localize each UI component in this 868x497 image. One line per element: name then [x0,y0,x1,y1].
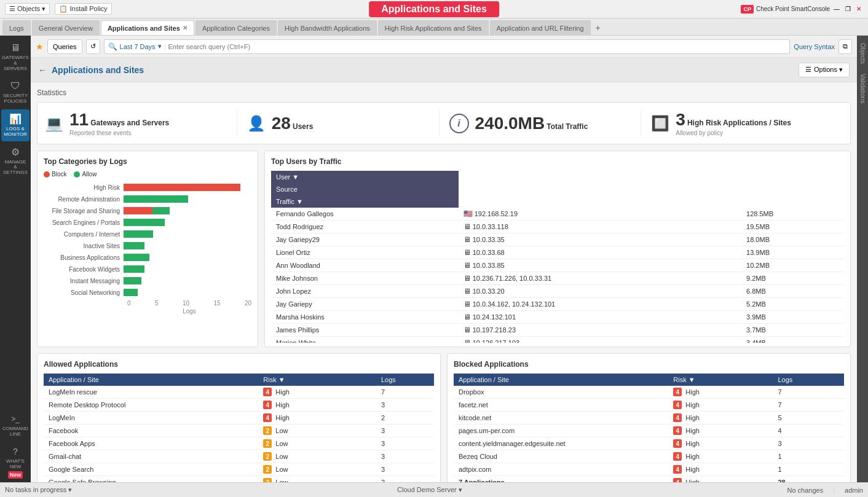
bar-track [124,207,251,214]
categories-legend: Block Allow [44,171,251,178]
table-row[interactable]: Marsha Hoskins 🖥 10.24.132.101 3.9MB [271,311,844,324]
menu-install-policy[interactable]: 📋 Install Policy [55,3,111,15]
table-row[interactable]: Google Safe Browsing 2 Low 2 [44,476,434,483]
table-row[interactable]: Marion White 🖥 10.126.217.103 3.4MB [271,337,844,343]
risk-cell: 4 High [258,412,376,425]
col-blocked-app[interactable]: Application / Site [454,374,668,386]
traffic-cell: 10.2MB [741,259,844,272]
risk-badge: 4 [673,426,682,435]
col-blocked-logs[interactable]: Logs [773,374,844,386]
table-row[interactable]: Fernando Gallegos 🇺🇸 192.168.52.19 128.5… [271,208,844,221]
table-row[interactable]: James Phillips 🖥 10.197.218.23 3.7MB [271,324,844,337]
bottom-bar: No tasks in progress ▾ Cloud Demo Server… [0,482,868,497]
menu-objects[interactable]: ☰ Objects ▾ [5,3,50,15]
table-row[interactable]: 7 Applications 4 High 28 [454,476,844,483]
table-row[interactable]: LogMeIn 4 High 2 [44,412,434,425]
table-row[interactable]: pages.um-per.com 4 High 4 [454,425,844,437]
bar-green [124,265,144,273]
minimize-button[interactable]: — [832,5,841,14]
search-input[interactable] [168,43,786,50]
table-row[interactable]: adtpix.com 4 High 1 [454,463,844,476]
risk-badge: 4 [673,452,682,461]
table-row[interactable]: Remote Desktop Protocol 4 High 3 [44,399,434,412]
logs-cell: 7 [376,386,434,399]
stat-gateways: 💻 11 Gateways and Servers Reported these… [45,110,237,136]
tab-high-bandwidth[interactable]: High Bandwidth Applications [278,20,377,35]
col-source[interactable]: Source [271,183,459,195]
logs-cell: 7 [773,399,844,412]
query-syntax-link[interactable]: Query Syntax [794,43,835,50]
back-button[interactable]: ← [38,65,47,75]
sidebar-item-security[interactable]: 🛡 SECURITY POLICIES [1,76,30,108]
table-row[interactable]: kitcode.net 4 High 5 [454,412,844,425]
bar-green [124,289,138,296]
tab-url-filtering[interactable]: Application and URL Filtering [490,20,591,35]
tab-general-overview[interactable]: General Overview [32,20,100,35]
queries-button[interactable]: Queries [47,39,82,54]
col-blocked-risk[interactable]: Risk ▼ [668,374,773,386]
table-row[interactable]: Google Search 2 Low 3 [44,463,434,476]
source-cell: 🖥 10.126.217.103 [459,337,741,343]
sidebar-item-whats-new[interactable]: ? WHAT'S NEW New [1,442,30,482]
maximize-button[interactable]: ❐ [843,5,852,14]
right-sidebar: Objects Validations [857,36,868,482]
traffic-cell: 5.2MB [741,298,844,311]
table-row[interactable]: Jay Gariepy29 🖥 10.0.33.35 18.0MB [271,233,844,246]
table-row[interactable]: Lionel Ortiz 🖥 10.0.33.68 13.9MB [271,246,844,259]
user-cell: Marion White [271,337,459,343]
tab-close-icon[interactable]: ✕ [183,25,187,31]
table-row[interactable]: Mike Johnson 🖥 10.236.71.226, 10.0.33.31… [271,272,844,285]
time-filter-button[interactable]: Last 7 Days ▾ [120,39,162,54]
source-cell: 🖥 10.197.218.23 [459,324,741,337]
col-traffic[interactable]: Traffic ▼ [271,195,459,208]
table-row[interactable]: Dropbox 4 High 7 [454,386,844,399]
col-app-site[interactable]: Application / Site [44,374,258,386]
bar-row-instant: Instant Messaging [44,276,251,286]
close-button[interactable]: ✕ [854,5,863,14]
sidebar-item-command-line[interactable]: >_ COMMAND LINE [1,409,30,441]
user-cell: Jay Gariepy [271,298,459,311]
blocked-apps-table: Blocked Applications Application / Site … [447,353,851,482]
copy-button[interactable]: ⧉ [838,39,852,54]
objects-panel-label[interactable]: Objects [858,38,867,69]
sidebar-item-logs[interactable]: 📊 LOGS & MONITOR [1,109,30,141]
risk-badge: 4 [673,478,682,482]
options-button[interactable]: ☰ Options ▾ [799,63,850,77]
tab-high-risk[interactable]: High Risk Applications and Sites [378,20,489,35]
table-row[interactable]: Jay Gariepy 🖥 10.0.34.162, 10.24.132.101… [271,298,844,311]
users-label: Users [293,122,313,131]
logs-cell: 1 [773,450,844,463]
tab-add-button[interactable]: + [592,20,604,35]
tab-logs[interactable]: Logs [2,20,31,35]
server-info[interactable]: Cloud Demo Server ▾ [82,486,777,494]
table-row[interactable]: Facebook 2 Low 3 [44,425,434,437]
table-row[interactable]: content.yieldmanager.edgesuite.net 4 Hig… [454,437,844,450]
table-row[interactable]: LogMeIn rescue 4 High 7 [44,386,434,399]
left-sidebar: 🖥 GATEWAYS & SERVERS 🛡 SECURITY POLICIES… [0,36,31,482]
table-row[interactable]: Ann Woodland 🖥 10.0.33.85 10.2MB [271,259,844,272]
search-bar: 🔍 Last 7 Days ▾ | [104,39,791,54]
tab-application-categories[interactable]: Application Categories [195,20,277,35]
title-bar: ☰ Objects ▾ 📋 Install Policy Application… [0,0,868,18]
x-axis-label: Logs [44,308,251,315]
risk-badge: 2 [263,478,272,482]
table-row[interactable]: John Lopez 🖥 10.0.33.20 6.8MB [271,285,844,298]
col-user[interactable]: User ▼ [271,171,459,183]
tab-applications-sites[interactable]: Applications and Sites ✕ [101,20,194,35]
risk-badge: 4 [263,388,272,396]
refresh-button[interactable]: ↺ [86,39,100,54]
col-logs[interactable]: Logs [376,374,434,386]
table-row[interactable]: Bezeq Cloud 4 High 1 [454,450,844,463]
table-row[interactable]: Todd Rodriguez 🖥 10.0.33.118 19.5MB [271,221,844,233]
table-row[interactable]: facetz.net 4 High 7 [454,399,844,412]
col-risk[interactable]: Risk ▼ [258,374,376,386]
users-table-header: User ▼ Source Traffic ▼ [271,171,844,208]
table-row[interactable]: Gmail-chat 2 Low 3 [44,450,434,463]
sidebar-item-manage[interactable]: ⚙ MANAGE & SETTINGS [1,143,30,179]
validations-panel-label[interactable]: Validations [858,69,867,108]
table-row[interactable]: Facebook Apps 2 Low 3 [44,437,434,450]
sidebar-item-gateways[interactable]: 🖥 GATEWAYS & SERVERS [1,38,30,75]
traffic-cell: 128.5MB [741,208,844,221]
source-cell: 🖥 10.24.132.101 [459,311,741,324]
tasks-status[interactable]: No tasks in progress ▾ [5,486,72,494]
